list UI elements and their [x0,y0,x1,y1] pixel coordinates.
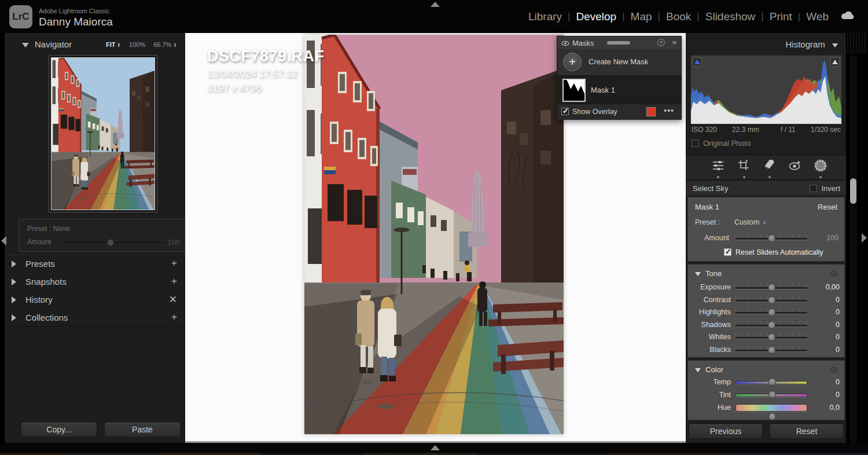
cloud-sync-icon[interactable] [840,10,855,23]
navigator-preview[interactable] [51,57,155,210]
contrast-slider[interactable] [735,300,807,302]
copy-button[interactable]: Copy... [21,422,97,437]
top-panel-toggle-icon[interactable] [431,2,440,7]
adjust-tool-icon[interactable] [710,159,726,173]
module-library[interactable]: Library [523,10,568,23]
mask-reset-button[interactable]: Reset [818,203,837,211]
module-web[interactable]: Web [800,10,834,23]
histogram[interactable] [690,55,842,124]
original-photo-checkbox[interactable] [692,140,699,147]
mask-1-thumbnail [562,79,586,102]
masks-collapse-icon[interactable]: » [672,38,676,46]
masks-panel: Masks ? » + Create New Mask Mask 1 Show … [557,36,682,120]
right-panel-scrollbar[interactable] [849,55,857,443]
masks-drag-handle[interactable] [607,41,630,45]
section-snapshots[interactable]: Snapshots+ [5,273,185,291]
slider-value: 0 [836,308,840,316]
show-overlay-checkbox[interactable] [561,108,569,115]
module-book[interactable]: Book [660,10,697,23]
expand-arrow-icon[interactable] [12,314,16,321]
masks-help-icon[interactable]: ? [657,39,665,46]
photo-filename: DSCF7879.RAF [207,47,325,65]
tool-state-dot [819,176,822,178]
exposure-slider-row: Exposure0,00 [688,282,845,295]
zoom-custom-button[interactable]: 66.7% ⬍ [153,41,177,48]
tint-slider[interactable] [735,394,807,397]
tone-eye-icon[interactable] [830,269,838,280]
section-presets[interactable]: Presets+ [5,255,185,273]
tool-state-dot [768,176,771,178]
preset-dropdown[interactable]: Custom ⬍ [734,218,767,226]
shadows-slider[interactable] [735,325,807,326]
crop-tool-icon[interactable] [736,159,752,173]
expand-arrow-icon[interactable] [12,296,16,303]
mask-1-row[interactable]: Mask 1 [557,75,681,104]
highlights-slider[interactable] [735,312,807,314]
slider-thumb[interactable] [768,378,776,386]
slider-thumb[interactable] [768,333,775,341]
collapse-arrow-icon[interactable] [22,43,29,47]
slider-thumb[interactable] [768,284,775,291]
plus-icon[interactable]: + [171,258,177,269]
main-photo[interactable] [304,35,564,434]
highlight-clipping-indicator[interactable] [830,57,840,67]
tone-header[interactable]: Tone [695,269,722,278]
masks-panel-header[interactable]: Masks ? » [557,36,681,49]
module-slideshow[interactable]: Slideshow [700,10,762,23]
slider-thumb[interactable] [768,346,775,354]
module-map[interactable]: Map [625,10,658,23]
expand-arrow-icon[interactable] [12,260,16,267]
temp-slider[interactable] [735,381,807,384]
masks-eye-icon[interactable] [561,39,569,49]
left-panel-toggle-icon[interactable] [1,236,6,245]
shadow-clipping-indicator[interactable] [693,57,702,67]
invert-checkbox[interactable] [810,185,817,192]
slider-thumb[interactable] [768,321,775,329]
histogram-header[interactable]: Histogram [785,39,838,49]
close-icon[interactable]: ✕ [169,293,177,306]
previous-button[interactable]: Previous [689,424,763,439]
amount-slider[interactable] [61,242,165,244]
slider-value: 0 [836,296,840,304]
section-history[interactable]: History✕ [5,291,185,309]
expand-arrow-icon[interactable] [12,278,16,285]
navigator-header[interactable]: Navigator FIT⬍ 100% 66.7% ⬍ [5,36,185,53]
section-collections[interactable]: Collections+ [5,309,185,326]
zoom-fit-button[interactable]: FIT⬍ [106,41,121,48]
paste-button[interactable]: Paste [104,422,181,437]
slider-thumb[interactable] [768,391,776,398]
heal-tool-icon[interactable] [762,159,778,173]
scrollbar-thumb[interactable] [850,178,856,204]
hue-slider[interactable] [735,404,807,412]
reset-button[interactable]: Reset [770,424,844,439]
amount-slider-thumb[interactable] [107,239,114,246]
plus-icon[interactable]: + [171,311,177,323]
masking-tool-icon[interactable] [812,159,829,173]
zoom-100-button[interactable]: 100% [129,41,145,48]
auto-reset-checkbox[interactable] [724,248,731,256]
red-eye-tool-icon[interactable] [787,159,803,173]
mask-amount-slider[interactable] [735,238,807,240]
color-eye-icon[interactable] [830,365,838,376]
overlay-more-icon[interactable]: ••• [664,106,674,115]
color-header[interactable]: Color [695,365,723,374]
right-panel-toggle-icon[interactable] [862,233,867,243]
slider-thumb[interactable] [768,309,775,316]
slider-thumb[interactable] [768,296,775,304]
slider-value: 0,00 [826,283,840,291]
mask-settings-name: Mask 1 [695,203,719,211]
collapse-arrow-icon[interactable] [832,43,838,47]
slider-thumb[interactable] [768,413,776,420]
module-develop[interactable]: Develop [570,10,622,23]
create-new-mask-row[interactable]: + Create New Mask [557,49,681,75]
overlay-color-swatch[interactable] [646,107,656,116]
whites-slider[interactable] [735,337,807,339]
mask-amount-thumb[interactable] [768,234,775,242]
module-print[interactable]: Print [764,10,798,23]
exposure-slider[interactable] [735,287,807,289]
blacks-slider[interactable] [735,350,807,351]
shadows-slider-row: Shadows0 [688,320,845,332]
create-mask-plus-button[interactable]: + [563,53,582,71]
plus-icon[interactable]: + [171,276,177,287]
bottom-panel-toggle-icon[interactable] [431,445,440,450]
